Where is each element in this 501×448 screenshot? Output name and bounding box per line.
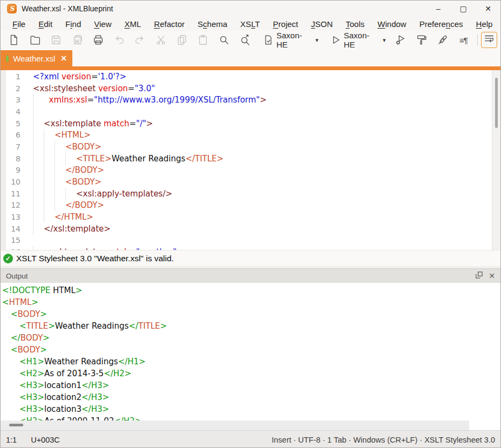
close-panel-button[interactable]: ✕ bbox=[489, 271, 495, 280]
menu-item-schema[interactable]: Schema bbox=[191, 18, 234, 30]
cut-button[interactable] bbox=[151, 32, 172, 48]
open-file-button[interactable] bbox=[25, 32, 46, 48]
output-pane[interactable]: <!DOCTYPE HTML><HTML><BODY><TITLE>Weathe… bbox=[1, 283, 500, 420]
indent-guide bbox=[44, 211, 55, 223]
save-button[interactable] bbox=[46, 32, 67, 48]
code-editor[interactable]: 1<?xml version='1.0'?>2<xsl:stylesheet v… bbox=[1, 70, 500, 250]
menu-item-json[interactable]: JSON bbox=[304, 18, 339, 30]
tab-label: Weather.xsl bbox=[13, 54, 55, 63]
undo-button[interactable] bbox=[109, 32, 130, 48]
code-line[interactable]: 13</HTML> bbox=[1, 211, 500, 223]
code-line[interactable]: 9</BODY> bbox=[1, 165, 500, 177]
format-paint-button[interactable] bbox=[411, 32, 432, 48]
code-line[interactable]: 5<xsl:template match="/"> bbox=[1, 118, 500, 130]
run-engine-dropdown[interactable]: Saxon-HE ▾ bbox=[326, 32, 390, 48]
new-file-button[interactable] bbox=[4, 32, 25, 48]
tab-bar: Weather.xsl ✕ bbox=[1, 49, 500, 66]
menu-item-xslt[interactable]: XSLT bbox=[234, 18, 266, 30]
close-button[interactable]: ✕ bbox=[476, 1, 500, 17]
menu-item-file[interactable]: File bbox=[6, 18, 32, 30]
editor-scrollbar-thumb[interactable] bbox=[495, 78, 498, 128]
code-text: </BODY> bbox=[65, 200, 104, 210]
color-picker-button[interactable] bbox=[432, 32, 453, 48]
save-all-button[interactable] bbox=[66, 32, 87, 48]
tab-weather-xsl[interactable]: Weather.xsl ✕ bbox=[1, 50, 72, 66]
output-panel-title: Output bbox=[6, 272, 28, 280]
menu-item-window[interactable]: Window bbox=[371, 18, 412, 30]
indent-guide bbox=[55, 153, 65, 165]
output-line: <BODY> bbox=[2, 344, 500, 356]
code-line[interactable]: 4 bbox=[1, 106, 500, 118]
code-line[interactable]: 12</BODY> bbox=[1, 200, 500, 212]
code-line[interactable]: 3 xmlns:xsl="http://www.w3.org/1999/XSL/… bbox=[1, 94, 500, 106]
show-formatting-button[interactable]: ≡¶ bbox=[453, 32, 474, 48]
menu-item-find[interactable]: Find bbox=[59, 18, 87, 30]
indent-guide bbox=[33, 94, 44, 106]
code-text: <xsl:apply-templates/> bbox=[76, 189, 172, 199]
code-line[interactable]: 14</xsl:template> bbox=[1, 223, 500, 235]
code-line[interactable]: 8<TITLE>Weather Readings</TITLE> bbox=[1, 153, 500, 165]
code-line[interactable]: 15 bbox=[1, 235, 500, 247]
output-line: </BODY> bbox=[2, 332, 500, 344]
validate-engine-dropdown[interactable]: Saxon-HE ▾ bbox=[259, 32, 323, 48]
save-all-icon bbox=[71, 34, 83, 46]
code-line[interactable]: 6<HTML> bbox=[1, 129, 500, 141]
redo-button[interactable] bbox=[130, 32, 151, 48]
toolbar-separator bbox=[477, 34, 478, 46]
output-line: <H3>location1</H3> bbox=[2, 379, 500, 391]
code-line[interactable]: 1<?xml version='1.0'?> bbox=[1, 71, 500, 83]
indent-guide bbox=[44, 188, 55, 200]
indent-guide bbox=[44, 165, 55, 177]
code-line[interactable]: 7<BODY> bbox=[1, 141, 500, 153]
editor-scrollbar[interactable] bbox=[492, 70, 500, 250]
status-bar: 1:1 U+003C Insert · UTF-8 · 1 Tab · Wind… bbox=[1, 430, 500, 448]
caret-position: 1:1 bbox=[6, 436, 17, 444]
indent-guide bbox=[33, 118, 44, 130]
output-hscrollbar-thumb[interactable] bbox=[9, 424, 23, 426]
indent-guide bbox=[33, 165, 44, 177]
menu-item-help[interactable]: Help bbox=[470, 18, 499, 30]
menu-item-view[interactable]: View bbox=[87, 18, 118, 30]
copy-button[interactable] bbox=[172, 32, 193, 48]
menu-item-refactor[interactable]: Refactor bbox=[147, 18, 191, 30]
menu-item-preferences[interactable]: Preferences bbox=[413, 18, 470, 30]
menu-item-edit[interactable]: Edit bbox=[32, 18, 59, 30]
output-line: <HTML> bbox=[2, 296, 500, 308]
menu-item-tools[interactable]: Tools bbox=[339, 18, 371, 30]
paste-button[interactable] bbox=[192, 32, 213, 48]
code-line[interactable]: 16<xsl:template match="weather"> bbox=[1, 246, 500, 250]
minimize-button[interactable]: – bbox=[426, 1, 451, 17]
search-next-icon bbox=[239, 34, 251, 46]
output-line: <H3>location2</H3> bbox=[2, 391, 500, 403]
code-text: <TITLE>Weather Readings</TITLE> bbox=[76, 154, 224, 164]
find-button[interactable] bbox=[213, 32, 234, 48]
menu-item-project[interactable]: Project bbox=[267, 18, 305, 30]
open-folder-icon bbox=[29, 34, 41, 46]
word-wrap-icon bbox=[483, 33, 495, 47]
print-icon bbox=[92, 34, 104, 46]
code-line[interactable]: 2<xsl:stylesheet version="3.0" bbox=[1, 83, 500, 94]
window-title: Weather.xsl - XMLBlueprint bbox=[22, 4, 113, 13]
indent-guide bbox=[65, 188, 76, 200]
find-next-button[interactable] bbox=[234, 32, 255, 48]
unicode-codepoint: U+003C bbox=[31, 436, 60, 444]
maximize-button[interactable]: ▢ bbox=[451, 1, 476, 17]
indent-guide bbox=[33, 141, 44, 153]
code-line[interactable]: 11<xsl:apply-templates/> bbox=[1, 188, 500, 200]
output-line: <H2>As of 2014-3-5</H2> bbox=[2, 368, 500, 379]
new-file-icon bbox=[8, 34, 20, 46]
float-panel-button[interactable] bbox=[475, 271, 483, 281]
tab-close-icon[interactable]: ✕ bbox=[60, 54, 67, 63]
word-wrap-toggle[interactable] bbox=[481, 32, 497, 48]
menu-item-xml[interactable]: XML bbox=[118, 18, 148, 30]
indent-guide bbox=[44, 153, 55, 165]
run-config-button[interactable] bbox=[390, 32, 411, 48]
copy-icon bbox=[176, 34, 188, 46]
indent-guide bbox=[44, 141, 55, 153]
code-line[interactable]: 10<BODY> bbox=[1, 176, 500, 188]
print-button[interactable] bbox=[87, 32, 109, 48]
output-line: <H2>As of 2000-11-02</H2> bbox=[2, 415, 500, 420]
output-hscrollbar[interactable] bbox=[1, 420, 469, 430]
title-bar[interactable]: S Weather.xsl - XMLBlueprint – ▢ ✕ bbox=[1, 1, 500, 17]
status-right-info[interactable]: Insert · UTF-8 · 1 Tab · Windows (CR+LF)… bbox=[272, 436, 495, 444]
